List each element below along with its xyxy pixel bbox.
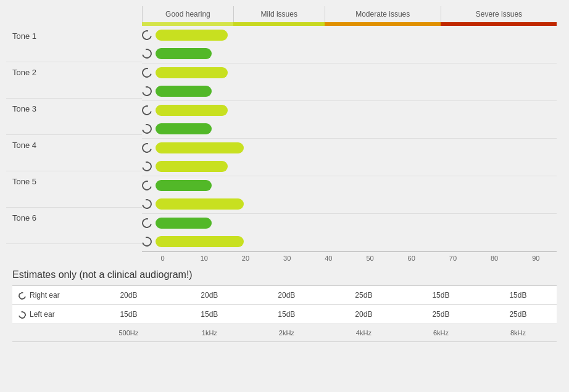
ear-label: Right ear: [12, 286, 86, 305]
right-ear-bar: [156, 30, 228, 41]
right-ear-bar: [156, 142, 244, 153]
bar-pair: [142, 26, 557, 63]
left-ear-data-row: Left ear15dB15dB15dB20dB25dB25dB: [12, 305, 557, 324]
tone-spacer: [6, 226, 142, 243]
x-axis: 0102030405060708090: [142, 251, 557, 262]
right-ear-row: [142, 176, 557, 195]
right-ear-bar: [156, 67, 228, 78]
right-ear-row: [142, 139, 557, 157]
tone-label-pair: Tone 2: [6, 62, 142, 99]
right-ear-bar: [156, 218, 212, 229]
hearing-value: 15dB: [402, 286, 480, 305]
tone-label-pair: Tone 4: [6, 135, 142, 171]
hearing-value: 20dB: [171, 286, 248, 305]
frequency-label: 500Hz: [86, 324, 171, 342]
bar-pair: [142, 63, 557, 101]
main-container: Good hearingMild issuesModerate issuesSe…: [0, 0, 569, 348]
chart-body: [142, 26, 557, 251]
hearing-value: 15dB: [480, 286, 557, 305]
frequency-label: 4kHz: [325, 324, 402, 342]
tone-spacer: [6, 81, 142, 98]
tone-spacer: [6, 117, 142, 134]
right-ear-icon: [140, 66, 154, 80]
data-table-section: Right ear20dB20dB20dB25dB15dB15dBLeft ea…: [12, 285, 557, 342]
chart-area: Tone 1Tone 2Tone 3Tone 4Tone 5Tone 6: [6, 26, 557, 251]
right-bar-container: [156, 218, 557, 229]
right-ear-row: [142, 63, 557, 82]
right-bar-container: [156, 30, 557, 41]
tone-label-pair: Tone 3: [6, 99, 142, 135]
left-ear-icon: [140, 235, 154, 248]
left-bar-container: [156, 161, 557, 172]
frequency-label: 8kHz: [480, 324, 557, 342]
right-ear-bar: [156, 180, 212, 191]
left-ear-bar: [156, 198, 244, 210]
tone-label: Tone 3: [6, 99, 142, 117]
right-ear-row: [142, 101, 557, 120]
left-ear-row: [142, 44, 557, 63]
right-bar-container: [156, 67, 557, 78]
data-table: Right ear20dB20dB20dB25dB15dB15dBLeft ea…: [12, 285, 557, 342]
hearing-value: 25dB: [325, 286, 402, 305]
ear-name: Right ear: [30, 291, 60, 300]
x-tick-label: 80: [474, 255, 515, 262]
band-label: Good hearing: [142, 6, 233, 22]
tone-label: Tone 5: [6, 171, 142, 190]
left-ear-icon: [140, 84, 154, 98]
hearing-value: 20dB: [86, 286, 171, 305]
left-ear-table-icon: [17, 310, 27, 320]
left-ear-row: [142, 157, 557, 176]
right-bar-container: [156, 105, 557, 116]
frequency-label: 2kHz: [248, 324, 325, 342]
right-ear-row: [142, 26, 557, 44]
tone-label: Tone 2: [6, 62, 142, 81]
left-bar-container: [156, 198, 557, 210]
right-ear-table-icon: [17, 291, 27, 301]
bar-pair: [142, 176, 557, 214]
left-ear-icon: [140, 160, 154, 173]
tone-spacer: [6, 153, 142, 171]
tone-label-pair: Tone 5: [6, 171, 142, 208]
band-label: Severe issues: [441, 6, 557, 22]
ear-label: Left ear: [12, 305, 86, 324]
right-ear-row: [142, 214, 557, 232]
bar-pair: [142, 214, 557, 251]
left-ear-icon: [140, 47, 154, 60]
x-tick-label: 20: [225, 255, 266, 262]
left-ear-icon: [140, 122, 154, 136]
hearing-value: 15dB: [248, 305, 325, 324]
estimates-label: Estimates only (not a clinical audiogram…: [12, 269, 557, 280]
tone-spacer: [6, 190, 142, 207]
x-tick-label: 0: [142, 255, 183, 262]
tone-spacer: [6, 44, 142, 62]
hearing-value: 15dB: [86, 305, 171, 324]
x-tick-label: 30: [267, 255, 308, 262]
hearing-value: 20dB: [325, 305, 402, 324]
left-ear-bar: [156, 161, 228, 172]
left-ear-icon: [140, 197, 154, 211]
bar-pair: [142, 139, 557, 176]
band-labels: Good hearingMild issuesModerate issuesSe…: [142, 6, 557, 22]
frequency-label: 6kHz: [402, 324, 480, 342]
y-labels: Tone 1Tone 2Tone 3Tone 4Tone 5Tone 6: [6, 26, 142, 251]
right-bar-container: [156, 180, 557, 191]
tone-label: Tone 4: [6, 135, 142, 153]
tone-label: Tone 1: [6, 26, 142, 44]
right-ear-icon: [140, 104, 154, 117]
right-ear-bar: [156, 105, 228, 116]
left-ear-bar: [156, 86, 212, 97]
hearing-value: 15dB: [171, 305, 248, 324]
left-ear-bar: [156, 123, 212, 134]
left-bar-container: [156, 236, 557, 247]
left-bar-container: [156, 48, 557, 59]
right-ear-icon: [140, 141, 154, 155]
right-ear-icon: [140, 216, 154, 230]
left-ear-row: [142, 232, 557, 251]
right-ear-icon: [140, 28, 154, 42]
left-ear-bar: [156, 48, 212, 59]
hearing-value: 25dB: [402, 305, 480, 324]
freq-spacer: [12, 324, 86, 342]
x-tick-label: 60: [391, 255, 432, 262]
bar-pair: [142, 101, 557, 139]
right-ear-data-row: Right ear20dB20dB20dB25dB15dB15dB: [12, 286, 557, 305]
